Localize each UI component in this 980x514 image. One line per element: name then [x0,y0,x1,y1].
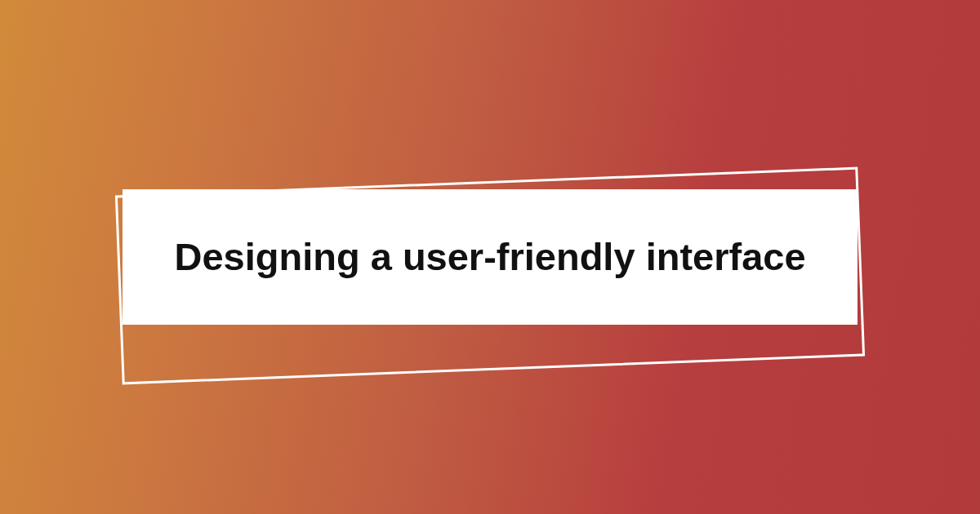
title-card-wrapper: Designing a user-friendly interface [122,189,858,326]
page-title: Designing a user-friendly interface [174,233,805,281]
title-card: Designing a user-friendly interface [122,189,858,326]
